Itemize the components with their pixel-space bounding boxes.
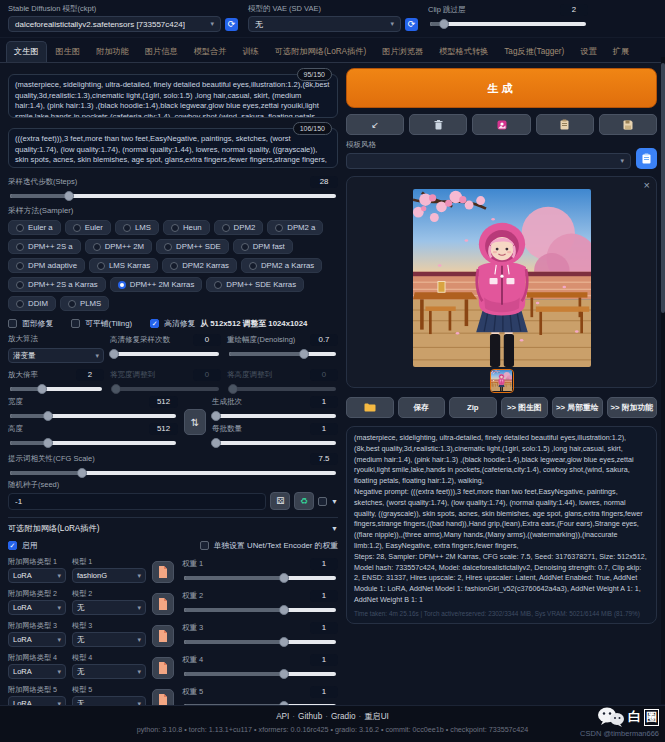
lora-weight-slider[interactable]	[184, 672, 336, 676]
sampler-option[interactable]: DPM++ 2S a	[8, 239, 81, 254]
generate-button[interactable]: 生成	[346, 68, 657, 108]
cfg-slider[interactable]	[10, 471, 336, 475]
batch-size-slider[interactable]	[214, 441, 336, 445]
restore-faces-checkbox[interactable]	[8, 319, 17, 328]
send-to-extras-button[interactable]: >> 附加功能	[607, 397, 657, 418]
style-dropdown[interactable]: ▾	[346, 153, 631, 169]
sampler-option[interactable]: PLMS	[60, 296, 109, 311]
cfg-value[interactable]: 7.5	[310, 453, 338, 465]
swap-dimensions-button[interactable]: ⇅	[184, 409, 206, 435]
lora-weight-slider[interactable]	[184, 576, 336, 580]
clear-prompt-button[interactable]	[409, 114, 467, 135]
sampler-option[interactable]: DPM2 a Karras	[241, 258, 322, 273]
sampler-option[interactable]: DPM fast	[233, 239, 293, 254]
lora-model-info-button[interactable]	[152, 593, 174, 615]
height-slider[interactable]	[10, 441, 176, 445]
width-slider[interactable]	[10, 414, 176, 418]
denoising-value[interactable]: 0.7	[310, 334, 338, 346]
separate-weights-checkbox[interactable]	[200, 541, 209, 550]
sampler-option[interactable]: DPM++ 2M	[85, 239, 152, 254]
lora-weight-slider[interactable]	[184, 608, 336, 612]
tab-png-info[interactable]: 图片信息	[138, 42, 185, 62]
tab-model-converter[interactable]: 模型格式转换	[432, 42, 495, 62]
lora-weight-value[interactable]: 1	[310, 686, 338, 698]
tab-additional-networks[interactable]: 可选附加网络(LoRA插件)	[268, 42, 373, 62]
github-link[interactable]: Github	[298, 712, 322, 721]
sampler-option[interactable]: Heun	[163, 220, 210, 235]
gallery-thumbnail-selected[interactable]	[490, 369, 514, 393]
negative-prompt-input[interactable]: (((extra feet))),3 feet,more than two fe…	[8, 128, 338, 168]
upscaler-dropdown[interactable]: 潜变量 ▾	[8, 348, 104, 363]
apply-selected-style-button[interactable]	[636, 148, 657, 169]
hires-fix-checkbox[interactable]: ✓	[150, 319, 159, 328]
sampler-option[interactable]: DPM adaptive	[8, 258, 85, 273]
sampler-option[interactable]: Euler	[65, 220, 111, 235]
clip-skip-slider[interactable]	[430, 22, 586, 26]
sampler-option[interactable]: Euler a	[8, 220, 61, 235]
lora-type-dropdown[interactable]: LoRA▾	[8, 600, 66, 615]
lora-weight-slider[interactable]	[184, 640, 336, 644]
tab-img2img[interactable]: 图生图	[49, 42, 88, 62]
batch-size-value[interactable]: 1	[310, 423, 338, 435]
vae-dropdown[interactable]: 无 ▾	[248, 16, 401, 32]
refresh-vae-button[interactable]: ⟳	[405, 18, 418, 31]
reuse-seed-button[interactable]: ♻	[294, 492, 314, 510]
paste-prompt-button[interactable]: ↙	[346, 114, 404, 135]
sampler-option[interactable]: LMS Karras	[89, 258, 158, 273]
send-to-inpaint-button[interactable]: >> 局部重绘	[552, 397, 602, 418]
lora-weight-value[interactable]: 1	[310, 558, 338, 570]
sampler-option[interactable]: DPM2 a	[267, 220, 323, 235]
sampler-option[interactable]: DPM2 Karras	[162, 258, 237, 273]
extra-networks-button[interactable]	[472, 114, 530, 135]
sampler-option[interactable]: DPM++ SDE	[156, 239, 229, 254]
extra-seed-checkbox[interactable]	[318, 497, 327, 506]
clip-skip-value[interactable]: 2	[560, 4, 588, 16]
lora-weight-value[interactable]: 1	[310, 590, 338, 602]
lora-enable-checkbox[interactable]: ✓	[8, 541, 17, 550]
upscale-by-value[interactable]: 2	[76, 369, 104, 381]
lora-model-info-button[interactable]	[152, 561, 174, 583]
save-image-button[interactable]: 保存	[398, 397, 446, 418]
steps-slider[interactable]	[10, 194, 336, 198]
gradio-link[interactable]: Gradio	[331, 712, 356, 721]
sampler-option[interactable]: DPM++ SDE Karras	[206, 277, 304, 292]
sampler-option[interactable]: LMS	[115, 220, 159, 235]
lora-model-dropdown[interactable]: fashionG▾	[72, 568, 146, 583]
tab-image-browser[interactable]: 图片浏览器	[375, 42, 430, 62]
tiling-checkbox[interactable]	[71, 319, 80, 328]
tab-extras[interactable]: 附加功能	[89, 42, 136, 62]
generated-image-preview[interactable]	[413, 189, 591, 367]
tab-settings[interactable]: 设置	[573, 42, 603, 62]
lora-type-dropdown[interactable]: LoRA▾	[8, 568, 66, 583]
lora-type-dropdown[interactable]: LoRA▾	[8, 664, 66, 679]
width-value[interactable]: 512	[149, 396, 178, 408]
tab-checkpoint-merger[interactable]: 模型合并	[187, 42, 234, 62]
lora-model-info-button[interactable]	[152, 625, 174, 647]
open-folder-button[interactable]	[346, 397, 394, 418]
lora-type-dropdown[interactable]: LoRA▾	[8, 632, 66, 647]
hires-steps-slider[interactable]	[112, 352, 219, 356]
sampler-option-selected[interactable]: DPM++ 2M Karras	[110, 277, 203, 292]
lora-weight-value[interactable]: 1	[310, 654, 338, 666]
sampler-option[interactable]: DDIM	[8, 296, 56, 311]
batch-count-value[interactable]: 1	[310, 396, 338, 408]
lora-model-info-button[interactable]	[152, 657, 174, 679]
tab-txt2img[interactable]: 文生图	[6, 41, 47, 62]
random-seed-button[interactable]: ⚄	[270, 492, 290, 510]
apply-style-button[interactable]	[536, 114, 594, 135]
denoising-slider[interactable]	[229, 352, 336, 356]
tab-extensions[interactable]: 扩展	[606, 42, 636, 62]
lora-model-dropdown[interactable]: 无▾	[72, 600, 146, 615]
tab-train[interactable]: 训练	[235, 42, 265, 62]
api-link[interactable]: API	[276, 712, 289, 721]
scrollbar[interactable]	[661, 57, 665, 704]
batch-count-slider[interactable]	[214, 414, 336, 418]
hires-steps-value[interactable]: 0	[193, 334, 221, 346]
lora-accordion-header[interactable]: 可选附加网络(LoRA插件) ▼	[8, 517, 338, 534]
sampler-option[interactable]: DPM2	[214, 220, 264, 235]
seed-input[interactable]	[8, 493, 266, 510]
prompt-input[interactable]: (masterpiece, sidelighting, ultra-detail…	[8, 74, 338, 118]
lora-model-dropdown[interactable]: 无▾	[72, 632, 146, 647]
send-to-img2img-button[interactable]: >> 图生图	[501, 397, 549, 418]
lora-model-dropdown[interactable]: 无▾	[72, 664, 146, 679]
